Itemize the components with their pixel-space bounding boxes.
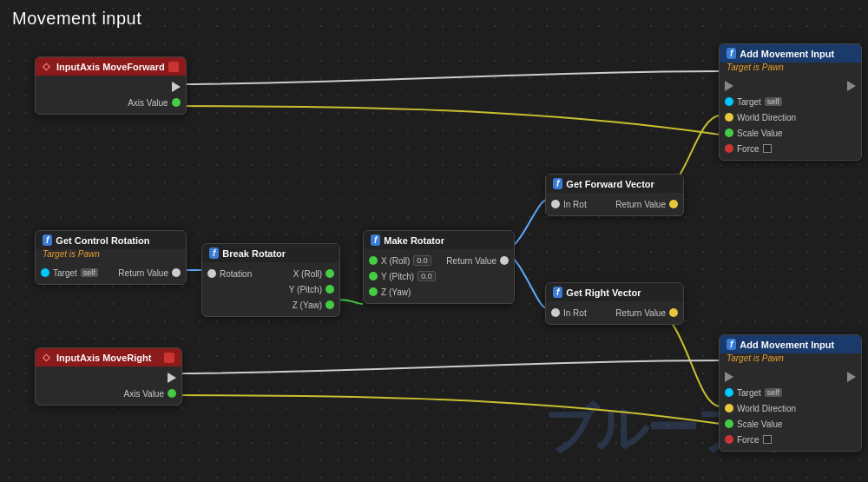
exec-pin-row [36, 79, 186, 95]
world-dir-label: World Direction [737, 113, 796, 122]
exec-out-arrow [172, 82, 181, 92]
world-dir-pin-row: World Direction [720, 400, 861, 416]
in-rot-label: In Rot [563, 200, 587, 209]
scale-val-left: Scale Value [720, 419, 861, 429]
target-dot [725, 97, 733, 106]
rotation-dot [207, 269, 216, 278]
exec-out [36, 82, 186, 92]
in-rot-pin-row: In Rot Return Value [546, 196, 683, 212]
force-label: Force [737, 144, 760, 154]
x-roll-pin-row: X (Roll) 0.0 Return Value [364, 253, 514, 268]
node-make-rotator[interactable]: f Make Rotator X (Roll) 0.0 Return Value… [363, 230, 515, 304]
node-add-movement-input-bottom[interactable]: f Add Movement Input Target is Pawn Targ… [719, 334, 862, 452]
force-label: Force [737, 435, 760, 445]
target-pin-row: Target self [720, 385, 861, 400]
world-dir-dot [725, 113, 733, 122]
return-dot [172, 268, 181, 277]
node-body: In Rot Return Value [546, 301, 683, 324]
node-title: Add Movement Input [740, 340, 834, 350]
axis-value-pin-row: Axis Value [36, 95, 186, 110]
target-left: Target self [720, 388, 861, 398]
node-body: Target self World Direction Scale Value [720, 366, 861, 451]
node-header: f Break Rotator [202, 244, 339, 262]
exec-in [720, 372, 791, 382]
self-badge: self [81, 268, 98, 277]
target-dot [41, 268, 49, 277]
f-badge: f [553, 287, 562, 298]
world-dir-left: World Direction [720, 404, 861, 413]
return-right: Return Value [615, 200, 683, 209]
y-pitch-dot [326, 285, 334, 294]
world-dir-label: World Direction [737, 404, 796, 413]
node-get-right-vector[interactable]: f Get Right Vector In Rot Return Value [545, 282, 684, 325]
exec-in-arrow [725, 372, 733, 382]
y-pitch-pin-row: Y (Pitch) [202, 281, 339, 297]
node-body: In Rot Return Value [546, 193, 683, 215]
world-dir-left: World Direction [720, 113, 861, 122]
node-title: Add Movement Input [740, 49, 834, 59]
x-roll-dot [326, 269, 334, 278]
node-header: f Get Right Vector [546, 283, 683, 301]
in-rot-left: In Rot [546, 308, 615, 318]
f-badge: f [553, 178, 562, 189]
axis-value-dot [172, 98, 181, 107]
y-pitch-label: Y (Pitch) [289, 285, 322, 294]
blueprint-canvas[interactable]: Movement input ◇ InputAxis MoveForward [0, 0, 868, 482]
node-input-axis-move-right[interactable]: ◇ InputAxis MoveRight Axis Value [35, 347, 182, 406]
force-pin-row: Force [720, 141, 861, 156]
scale-val-pin-row: Scale Value [720, 416, 861, 432]
target-left: Target self [720, 97, 861, 107]
return-dot [669, 200, 678, 208]
scale-val-pin-row: Scale Value [720, 125, 861, 141]
y-pitch-right: Y (Pitch) [202, 285, 339, 294]
f-badge: f [727, 48, 736, 59]
node-break-rotator[interactable]: f Break Rotator Rotation X (Roll) Y (Pit… [201, 243, 340, 317]
return-dot [669, 308, 678, 317]
force-checkbox[interactable] [763, 435, 772, 444]
axis-value-pin-row: Axis Value [36, 386, 181, 401]
axis-value-dot [168, 389, 176, 398]
exec-out [791, 372, 862, 382]
node-add-movement-input-top[interactable]: f Add Movement Input Target is Pawn Targ… [719, 43, 862, 161]
node-get-forward-vector[interactable]: f Get Forward Vector In Rot Return Value [545, 174, 684, 216]
node-subtitle: Target is Pawn [720, 63, 861, 75]
scale-val-label: Scale Value [737, 129, 783, 138]
scale-val-dot [725, 129, 733, 137]
y-pitch-in-dot [369, 272, 378, 281]
scale-val-dot [725, 419, 733, 428]
node-subtitle: Target is Pawn [36, 249, 186, 261]
in-rot-dot [551, 308, 560, 317]
axis-value-out: Axis Value [36, 98, 186, 108]
exec-in [720, 81, 791, 91]
page-title: Movement input [12, 9, 141, 29]
z-yaw-label: Z (Yaw) [381, 287, 411, 297]
exec-out [791, 81, 862, 91]
return-label: Return Value [615, 200, 666, 209]
y-pitch-pin-row: Y (Pitch) 0.0 [364, 268, 514, 284]
f-badge: f [43, 234, 52, 246]
scale-val-left: Scale Value [720, 129, 861, 138]
z-yaw-left: Z (Yaw) [364, 287, 514, 297]
exec-pin-row [720, 78, 861, 94]
target-pin-left: Target self [36, 268, 111, 278]
node-header: f Add Movement Input [720, 335, 861, 353]
node-body: X (Roll) 0.0 Return Value Y (Pitch) 0.0 [364, 249, 514, 303]
exec-out-arrow [168, 373, 176, 383]
force-pin-row: Force [720, 432, 861, 447]
node-input-axis-move-forward[interactable]: ◇ InputAxis MoveForward Axis Value [35, 56, 187, 115]
force-checkbox[interactable] [763, 144, 772, 153]
return-label: Return Value [118, 268, 168, 278]
exec-pin-row [36, 370, 181, 386]
target-pin-row: Target self [720, 94, 861, 109]
axis-value-label: Axis Value [128, 98, 168, 108]
x-roll-label: X (Roll) [293, 269, 322, 279]
in-rot-pin-row: In Rot Return Value [546, 305, 683, 320]
force-left: Force [720, 144, 861, 154]
exec-out-arrow [847, 372, 856, 382]
node-title: Break Rotator [222, 248, 286, 259]
node-get-control-rotation[interactable]: f Get Control Rotation Target is Pawn Ta… [35, 230, 187, 285]
rotation-pin-row: Rotation X (Roll) [202, 266, 339, 281]
rotation-left: Rotation [202, 269, 271, 279]
node-header: f Get Forward Vector [546, 175, 683, 193]
target-dot [725, 388, 733, 397]
